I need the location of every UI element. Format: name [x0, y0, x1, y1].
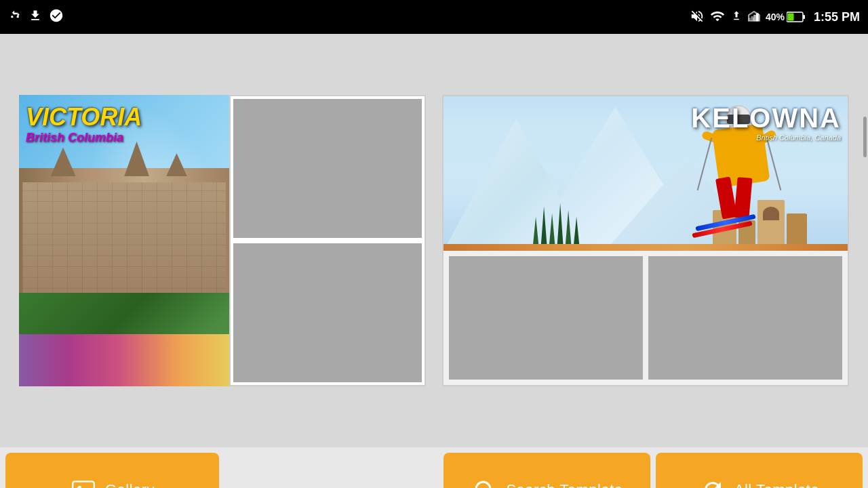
victoria-subtitle-text: British Columbia — [26, 131, 142, 145]
gallery-label: Gallery — [105, 481, 155, 488]
nav-spacer — [224, 447, 441, 488]
svg-rect-2 — [753, 14, 756, 21]
main-content: VICTORIA British Columbia — [0, 34, 868, 447]
all-template-label: All Template — [734, 481, 819, 488]
signal-icon — [748, 9, 760, 26]
kelowna-title-block: KELOWNA British Columbia, Canada — [691, 103, 841, 142]
status-right-icons: 40% 1:55 PM — [690, 9, 860, 26]
svg-rect-5 — [803, 15, 805, 19]
gallery-icon — [70, 476, 97, 488]
kelowna-border-strip — [443, 244, 848, 251]
svg-rect-3 — [756, 13, 759, 21]
search-icon — [471, 476, 498, 488]
wifi-icon — [710, 9, 725, 26]
all-template-button[interactable]: All Template — [656, 453, 863, 488]
status-time: 1:55 PM — [814, 10, 860, 24]
kelowna-photo-slot-right[interactable] — [648, 256, 842, 380]
victoria-photo-placeholder-bottom — [233, 243, 422, 382]
kelowna-photo-slot-left[interactable] — [449, 256, 643, 380]
svg-point-9 — [476, 482, 490, 488]
victoria-photo-placeholder-top — [233, 99, 422, 238]
download-icon — [28, 9, 42, 25]
svg-rect-6 — [787, 14, 793, 21]
status-bar: 40% 1:55 PM — [0, 0, 868, 34]
victoria-photo-slot-top[interactable] — [233, 99, 422, 238]
kelowna-background: KELOWNA British Columbia, Canada — [443, 96, 848, 251]
template-kelowna[interactable]: KELOWNA British Columbia, Canada — [442, 95, 849, 386]
status-left-icons — [8, 8, 64, 26]
victoria-title-text: VICTORIA — [26, 105, 142, 129]
refresh-icon — [699, 476, 726, 488]
kelowna-photo-slots — [443, 251, 848, 385]
victoria-photo-slots — [229, 95, 426, 386]
search-template-button[interactable]: Search Template — [443, 453, 650, 488]
search-template-label: Search Template — [506, 481, 623, 488]
bottom-navigation: Gallery Search Template All Template — [0, 447, 868, 488]
battery-icon: 40% — [766, 12, 806, 22]
svg-rect-7 — [73, 481, 94, 488]
mute-icon — [690, 9, 705, 26]
svg-rect-0 — [749, 18, 751, 21]
checkmark-icon — [49, 8, 64, 26]
victoria-background: VICTORIA British Columbia — [19, 95, 229, 386]
scroll-indicator[interactable] — [863, 117, 867, 157]
template-victoria[interactable]: VICTORIA British Columbia — [19, 95, 426, 386]
battery-percent: 40% — [766, 12, 785, 22]
victoria-title-block: VICTORIA British Columbia — [26, 105, 142, 145]
usb-icon — [8, 9, 22, 26]
kelowna-subtitle-text: British Columbia, Canada — [691, 134, 841, 142]
data-transfer-icon — [730, 9, 743, 26]
gallery-button[interactable]: Gallery — [5, 453, 219, 488]
victoria-flowers — [19, 334, 229, 386]
svg-rect-1 — [751, 16, 753, 22]
kelowna-title-text: KELOWNA — [691, 103, 841, 134]
victoria-photo-slot-bottom[interactable] — [233, 243, 422, 382]
